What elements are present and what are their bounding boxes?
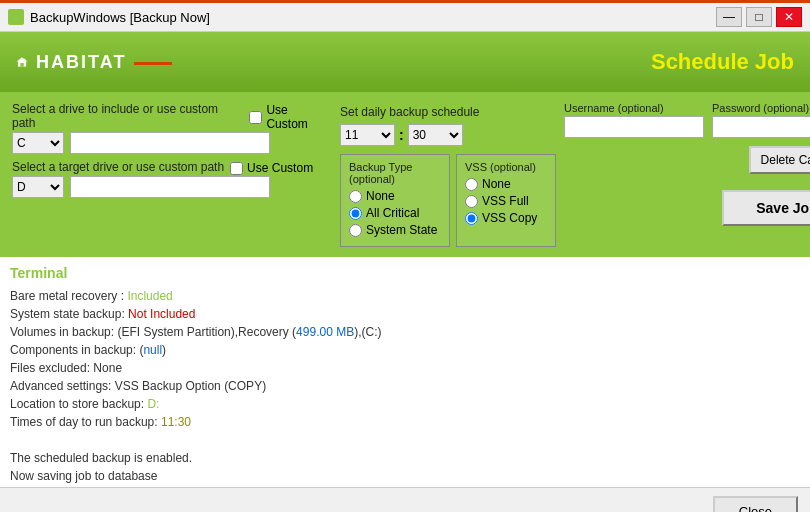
target-custom-text: Use Custom [247,161,313,175]
logo-icon [16,40,28,84]
vss-none-label: None [482,177,511,191]
username-label: Username (optional) [564,102,704,114]
time-colon: : [399,127,404,143]
terminal-line-blank [10,431,800,449]
source-drive-row: C D E [12,132,332,154]
source-path-input[interactable] [70,132,270,154]
vss-section: VSS (optional) None VSS Full VSS Copy [456,154,556,247]
target-label-row: Select a target drive or use custom path… [12,160,332,176]
hour-select[interactable]: 11 [340,124,395,146]
password-field-group: Password (optional) [712,102,810,138]
source-drive-select[interactable]: C D E [12,132,64,154]
password-label: Password (optional) [712,102,810,114]
terminal-line-6: Advanced settings: VSS Backup Option (CO… [10,377,800,395]
close-window-button[interactable]: ✕ [776,7,802,27]
backup-none-row: None [349,189,441,203]
password-input[interactable] [712,116,810,138]
target-custom-checkbox[interactable] [230,162,243,175]
backup-all-radio[interactable] [349,207,362,220]
delete-catalog-button[interactable]: Delete Catalog [749,146,810,174]
app-icon [8,9,24,25]
vss-copy-radio[interactable] [465,212,478,225]
vss-full-row: VSS Full [465,194,547,208]
action-col: Username (optional) Password (optional) … [564,102,810,226]
vss-none-radio[interactable] [465,178,478,191]
logo-area: HABITAT [16,40,172,84]
maximize-button[interactable]: □ [746,7,772,27]
schedule-label: Set daily backup schedule [340,105,479,119]
backup-type-section: Backup Type (optional) None All Critical… [340,154,450,247]
save-job-button[interactable]: Save Job [722,190,810,226]
vss-copy-label: VSS Copy [482,211,537,225]
terminal-line-5: Files excluded: None [10,359,800,377]
source-label-row: Select a drive to include or use custom … [12,102,332,132]
middle-col: Set daily backup schedule 11 : 30 Backup… [340,102,556,247]
title-bar-text: BackupWindows [Backup Now] [30,10,716,25]
logo-text: HABITAT [36,52,126,73]
source-drive-group: Select a drive to include or use custom … [12,102,332,154]
backup-none-label: None [366,189,395,203]
target-path-input[interactable] [70,176,270,198]
terminal-line-7: Location to store backup: D: [10,395,800,413]
form-section: Select a drive to include or use custom … [12,102,798,247]
main-content: Select a drive to include or use custom … [0,92,810,257]
vss-none-row: None [465,177,547,191]
terminal-line-8: Times of day to run backup: 11:30 [10,413,800,431]
title-bar: BackupWindows [Backup Now] — □ ✕ [0,0,810,32]
vss-copy-row: VSS Copy [465,211,547,225]
logo-underline [134,62,172,65]
svg-rect-0 [8,9,24,25]
left-section: Select a drive to include or use custom … [12,102,332,198]
target-drive-group: Select a target drive or use custom path… [12,160,332,198]
type-vss-row: Backup Type (optional) None All Critical… [340,154,556,247]
terminal-section: Terminal Bare metal recovery : Included … [0,257,810,487]
title-bar-buttons: — □ ✕ [716,7,802,27]
target-drive-label: Select a target drive or use custom path [12,160,224,174]
bottom-bar: Close [0,487,810,512]
app-header: HABITAT Schedule Job [0,32,810,92]
target-drive-row: C D E [12,176,332,198]
schedule-row: 11 : 30 [340,124,556,146]
source-custom-label: Use Custom [249,103,332,131]
terminal-line-10: Now saving job to database [10,467,800,485]
terminal-title: Terminal [10,265,800,281]
source-drive-label: Select a drive to include or use custom … [12,102,243,130]
close-button[interactable]: Close [713,496,798,512]
backup-system-label: System State [366,223,437,237]
target-custom-label: Use Custom [230,161,313,175]
terminal-line-4: Components in backup: (null) [10,341,800,359]
credentials-row: Username (optional) Password (optional) [564,102,810,138]
schedule-group: Set daily backup schedule 11 : 30 [340,102,556,146]
vss-legend: VSS (optional) [465,161,547,173]
terminal-line-2: System state backup: Not Included [10,305,800,323]
backup-all-row: All Critical [349,206,441,220]
backup-all-label: All Critical [366,206,419,220]
backup-none-radio[interactable] [349,190,362,203]
svg-rect-3 [24,58,25,60]
username-field-group: Username (optional) [564,102,704,138]
username-input[interactable] [564,116,704,138]
vss-full-radio[interactable] [465,195,478,208]
terminal-line-3: Volumes in backup: (EFI System Partition… [10,323,800,341]
terminal-line-9: The scheduled backup is enabled. [10,449,800,467]
source-custom-text: Use Custom [266,103,332,131]
target-drive-select[interactable]: C D E [12,176,64,198]
backup-system-radio[interactable] [349,224,362,237]
svg-rect-2 [20,63,23,67]
minimize-button[interactable]: — [716,7,742,27]
minute-select[interactable]: 30 [408,124,463,146]
backup-type-legend: Backup Type (optional) [349,161,441,185]
vss-full-label: VSS Full [482,194,529,208]
backup-system-row: System State [349,223,441,237]
terminal-line-1: Bare metal recovery : Included [10,287,800,305]
page-title: Schedule Job [651,49,794,75]
source-custom-checkbox[interactable] [249,111,262,124]
